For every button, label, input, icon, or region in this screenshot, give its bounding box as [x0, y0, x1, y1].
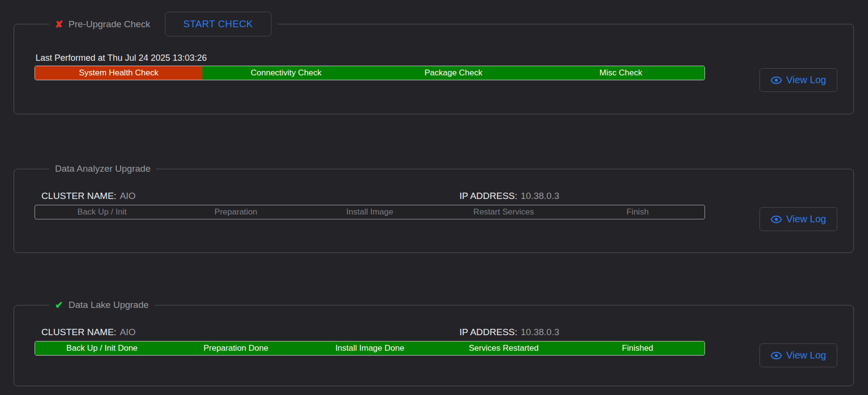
data-analyzer-bar-row: Back Up / Init Preparation Install Image… [35, 202, 837, 226]
section-title: Data Lake Upgrade [69, 300, 149, 310]
progress-segment-install-image: Install Image [303, 205, 436, 219]
check-success-icon: ✔ [55, 300, 63, 310]
progress-segment-misc: Misc Check [537, 66, 705, 80]
cluster-name-label: CLUSTER NAME: [41, 191, 116, 201]
view-log-label: View Log [786, 74, 826, 86]
progress-segment-finished: Finished [571, 341, 705, 355]
cluster-info-row: CLUSTER NAME:AIO IP ADDRESS:10.38.0.3 [35, 327, 705, 338]
progress-segment-preparation-done: Preparation Done [169, 341, 303, 355]
start-check-button[interactable]: START CHECK [165, 12, 271, 36]
progress-segment-finish: Finish [571, 205, 705, 219]
eye-icon [771, 215, 782, 223]
pre-upgrade-bar-row: System Health Check Connectivity Check P… [35, 63, 837, 87]
progress-segment-backup-init-done: Back Up / Init Done [35, 341, 169, 355]
progress-segment-connectivity: Connectivity Check [202, 66, 370, 80]
ip-address-pair: IP ADDRESS:10.38.0.3 [459, 327, 559, 338]
view-log-label: View Log [786, 350, 826, 361]
last-performed-text: Last Performed at Thu Jul 24 2025 13:03:… [35, 53, 837, 63]
eye-icon [771, 76, 782, 84]
section-pre-upgrade-check: ✘ Pre-Upgrade Check START CHECK Last Per… [14, 12, 854, 114]
ip-address-pair: IP ADDRESS:10.38.0.3 [459, 191, 559, 201]
progress-segment-services-restarted: Services Restarted [437, 341, 571, 355]
section-data-lake-upgrade: ✔ Data Lake Upgrade CLUSTER NAME:AIO IP … [14, 300, 854, 386]
ip-address-label: IP ADDRESS: [459, 191, 517, 201]
section-data-analyzer-upgrade: Data Analyzer Upgrade CLUSTER NAME:AIO I… [14, 163, 854, 253]
section-title: Pre-Upgrade Check [69, 19, 150, 30]
cluster-name-label: CLUSTER NAME: [41, 327, 116, 337]
data-lake-bar-row: Back Up / Init Done Preparation Done Ins… [35, 339, 837, 362]
data-lake-progress-bar: Back Up / Init Done Preparation Done Ins… [35, 341, 705, 356]
x-failed-icon: ✘ [55, 19, 63, 29]
cluster-info-row: CLUSTER NAME:AIO IP ADDRESS:10.38.0.3 [35, 191, 705, 201]
view-log-button-data-analyzer[interactable]: View Log [760, 207, 837, 231]
progress-segment-restart-services: Restart Services [437, 205, 571, 219]
view-log-label: View Log [786, 214, 826, 225]
data-lake-legend: ✔ Data Lake Upgrade [49, 300, 155, 310]
eye-icon [771, 352, 782, 359]
data-analyzer-progress-bar: Back Up / Init Preparation Install Image… [35, 205, 705, 219]
pre-upgrade-legend: ✘ Pre-Upgrade Check START CHECK [49, 12, 277, 36]
cluster-name-pair: CLUSTER NAME:AIO [41, 327, 459, 338]
progress-segment-preparation: Preparation [169, 205, 303, 219]
ip-address-value: 10.38.0.3 [521, 327, 559, 337]
progress-segment-package: Package Check [370, 66, 537, 80]
data-analyzer-legend: Data Analyzer Upgrade [49, 163, 156, 174]
pre-upgrade-progress-bar: System Health Check Connectivity Check P… [35, 66, 705, 80]
progress-segment-backup-init: Back Up / Init [35, 205, 169, 219]
section-title: Data Analyzer Upgrade [55, 163, 150, 174]
ip-address-value: 10.38.0.3 [521, 191, 559, 201]
view-log-button-data-lake[interactable]: View Log [760, 343, 837, 367]
progress-segment-install-image-done: Install Image Done [303, 341, 436, 355]
cluster-name-value: AIO [120, 327, 136, 337]
view-log-button-pre-upgrade[interactable]: View Log [760, 68, 837, 92]
progress-segment-system-health: System Health Check [35, 66, 202, 80]
cluster-name-value: AIO [120, 191, 136, 201]
ip-address-label: IP ADDRESS: [459, 327, 517, 337]
cluster-name-pair: CLUSTER NAME:AIO [41, 191, 459, 201]
